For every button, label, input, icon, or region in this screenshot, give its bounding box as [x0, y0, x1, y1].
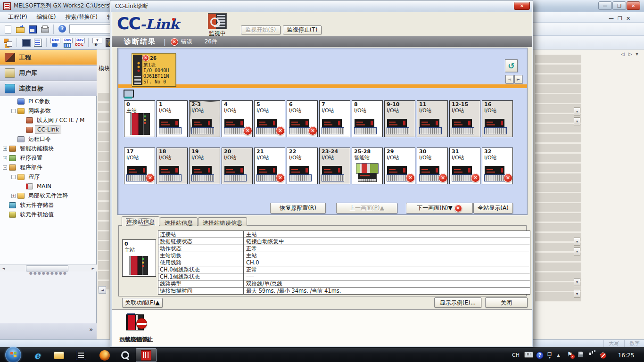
tree-expander-icon[interactable]: - [11, 109, 16, 113]
scroll-left-icon[interactable]: ◄ [99, 286, 106, 294]
station-cell[interactable]: 8 I/O站 [352, 100, 383, 137]
device-grid-icon[interactable] [62, 37, 73, 48]
station-cell[interactable]: 19 I/O站 [189, 148, 220, 184]
info-tab[interactable]: 选择站错误信息 [198, 217, 247, 226]
close-button[interactable] [627, 1, 640, 10]
language-indicator[interactable]: CH [512, 348, 520, 362]
gx-works2-taskbar-button[interactable] [136, 348, 157, 362]
station-cell[interactable]: 2-3 I/O站 [189, 100, 220, 137]
workspace-button[interactable]: 用户库 [0, 65, 97, 81]
menu-item[interactable]: 搜索/替换(F) [61, 12, 102, 23]
scrollbar-track[interactable] [7, 265, 90, 272]
print-icon[interactable] [40, 24, 50, 34]
volume-muted-icon[interactable] [600, 352, 603, 357]
previous-screen-button[interactable]: 上一画面(P)▲ [336, 203, 397, 214]
save-icon[interactable] [27, 24, 38, 34]
parameter-list-icon[interactable] [33, 37, 43, 48]
device-find-icon[interactable] [50, 37, 60, 48]
tree-item[interactable]: CC-Link [0, 125, 96, 134]
workspace-button[interactable]: 工程 [0, 49, 97, 65]
dropdown-arrow-icon[interactable]: ▾ [574, 107, 580, 115]
tree-item[interactable]: + 局部软元件注释 [0, 191, 96, 200]
power-icon[interactable] [578, 352, 583, 357]
workspace-button[interactable]: 连接目标 [0, 81, 97, 96]
station-cell[interactable]: 31 I/O站 [449, 148, 480, 184]
station-cell[interactable]: 0 主站 [124, 100, 155, 137]
info-tab[interactable]: 选择站信息 [160, 217, 198, 226]
station-cell[interactable]: 20 I/O站 [222, 148, 253, 184]
restore-layout-button[interactable]: 恢复原配置(R) [270, 203, 326, 214]
mdi-restore-icon[interactable] [618, 16, 622, 22]
station-cell[interactable]: 30 I/O站 [417, 148, 448, 184]
dropdown-arrow-icon[interactable]: ▾ [574, 290, 580, 298]
info-tab[interactable]: 连接站信息 [122, 216, 159, 226]
module-prev-button[interactable] [505, 75, 513, 83]
internet-explorer-icon[interactable] [29, 349, 45, 362]
station-cell[interactable]: 22 I/O站 [287, 148, 318, 184]
tree-expander-icon[interactable]: - [11, 175, 16, 179]
mdi-close-icon[interactable] [626, 16, 630, 22]
show-example-button[interactable]: 显示示例(E)... [434, 297, 481, 308]
device-cclink-icon[interactable] [74, 37, 85, 48]
station-cell[interactable]: 9-10 I/O站 [384, 100, 415, 137]
master-module-card[interactable]: 26 第1块 I/O 0040H QJ61BT11N ST. No 0 [132, 53, 176, 86]
station-cell[interactable]: 4 I/O站 [222, 100, 253, 137]
station-cell[interactable]: 12-15 I/O站 [449, 100, 480, 137]
help-icon[interactable] [57, 24, 67, 34]
station-cell[interactable]: 11 I/O站 [417, 100, 448, 137]
monitor-stop-button[interactable]: 监视停止(T) [283, 25, 322, 34]
related-function-item[interactable]: 数据链接停止 [112, 312, 161, 345]
search-tool-icon[interactable] [117, 349, 133, 362]
tree-expander-icon[interactable]: + [3, 147, 7, 151]
station-cell[interactable]: 29 I/O站 [384, 148, 415, 184]
media-player-icon[interactable] [73, 349, 89, 362]
menu-item[interactable]: 工程(P) [4, 12, 32, 23]
tab-menu-icon[interactable]: ▾ [636, 51, 638, 57]
keyboard-layout-icon[interactable] [524, 352, 533, 358]
dialog-close-button[interactable] [514, 2, 530, 10]
menu-item[interactable]: 编辑(E) [33, 12, 60, 23]
tree-item[interactable]: 软元件初始值 [0, 210, 96, 219]
open-project-icon[interactable] [15, 24, 25, 34]
station-cell[interactable]: 17 I/O站 [124, 148, 155, 184]
station-cell[interactable]: 18 I/O站 [157, 148, 188, 184]
chevron-icon[interactable] [89, 326, 93, 333]
station-cell[interactable]: 7 I/O站 [319, 100, 350, 137]
scrollbar-thumb[interactable] [26, 265, 68, 272]
tab-scroll-right-icon[interactable]: ▷ [628, 51, 632, 57]
station-cell[interactable]: 21 I/O站 [254, 148, 285, 184]
tree-item[interactable]: - 程序部件 [0, 163, 96, 172]
tab-scroll-left-icon[interactable]: ◁ [621, 51, 625, 57]
tree-item[interactable]: MAIN [0, 181, 96, 191]
tree-item[interactable]: - 程序 [0, 172, 96, 181]
dropdown-arrow-icon[interactable]: ▾ [574, 117, 580, 125]
scroll-left-icon[interactable]: ◄ [0, 265, 7, 272]
new-project-icon[interactable] [3, 24, 13, 34]
action-center-icon[interactable] [567, 351, 573, 358]
ime-help-icon[interactable] [536, 352, 544, 359]
show-hidden-icons[interactable] [557, 352, 560, 358]
dropdown-arrow-icon[interactable]: ▾ [574, 278, 580, 286]
minimize-button[interactable] [598, 1, 612, 10]
next-screen-button[interactable]: 下一画面(N)▼ [406, 203, 473, 214]
show-all-stations-button[interactable]: 全站显示(A) [473, 203, 513, 214]
network-signal-icon[interactable] [589, 350, 591, 352]
horizontal-scrollbar[interactable]: ◄ ► [0, 264, 97, 272]
module-next-button[interactable] [514, 75, 522, 83]
tree-expander-icon[interactable]: + [11, 194, 16, 198]
ime-toolbar-icon[interactable] [547, 351, 552, 357]
clock[interactable]: 16:25 [613, 348, 639, 362]
station-cell[interactable]: 1 I/O站 [157, 100, 188, 137]
program-view-icon[interactable] [3, 37, 13, 48]
file-explorer-icon[interactable] [51, 349, 67, 362]
mdi-minimize-icon[interactable] [609, 16, 614, 22]
tree-item[interactable]: + 智能功能模块 [0, 144, 96, 153]
tree-expander-icon[interactable]: + [3, 156, 7, 160]
dropdown-arrow-icon[interactable]: ▾ [574, 238, 580, 246]
related-functions-button[interactable]: 关联功能(F)▲ [122, 298, 163, 308]
panel-splitter[interactable]: ●●●●●●●●● [0, 272, 97, 276]
restore-button[interactable] [612, 1, 626, 10]
tree-expander-icon[interactable]: - [3, 165, 7, 170]
tree-item[interactable]: 软元件存储器 [0, 200, 96, 210]
station-cell[interactable]: 16 I/O站 [482, 100, 513, 137]
